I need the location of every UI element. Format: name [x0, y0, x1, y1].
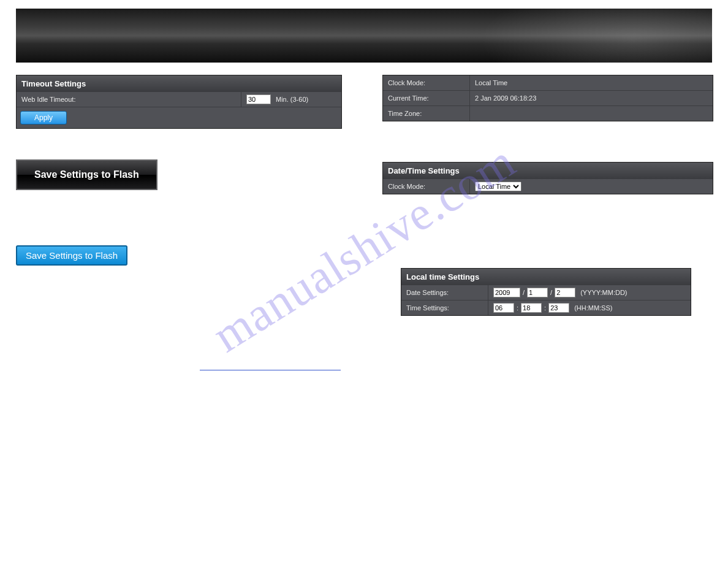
- clock-mode-value: Local Time: [470, 75, 713, 90]
- time-settings-label: Time Settings:: [401, 301, 488, 315]
- date-month-input[interactable]: [527, 288, 548, 297]
- date-settings-label: Date Settings:: [401, 285, 488, 300]
- clock-mode-label: Clock Mode:: [383, 75, 470, 90]
- datetime-header: Date/Time Settings: [383, 163, 713, 179]
- timeout-settings-panel: Timeout Settings Web Idle Timeout: Min. …: [16, 75, 342, 129]
- time-ss-input[interactable]: [548, 303, 569, 313]
- time-zone-value: [470, 106, 713, 121]
- date-format-hint: (YYYY:MM:DD): [580, 289, 627, 296]
- time-format-hint: (HH:MM:SS): [574, 304, 612, 312]
- date-year-input[interactable]: [493, 288, 520, 297]
- current-time-value: 2 Jan 2009 06:18:23: [470, 91, 713, 105]
- date-day-input[interactable]: [555, 288, 575, 297]
- time-hh-input[interactable]: [493, 303, 514, 313]
- apply-button[interactable]: Apply: [20, 111, 67, 124]
- save-settings-black-button[interactable]: Save Settings to Flash: [16, 159, 157, 190]
- top-banner: [16, 9, 712, 63]
- clock-status-panel: Clock Mode: Local Time Current Time: 2 J…: [382, 75, 713, 121]
- localtime-header: Local time Settings: [401, 269, 691, 285]
- localtime-settings-panel: Local time Settings Date Settings: / / (…: [401, 268, 691, 316]
- divider-line: [200, 370, 341, 370]
- clock-mode-select[interactable]: Local Time: [475, 182, 521, 191]
- web-idle-timeout-label: Web Idle Timeout:: [17, 92, 241, 107]
- save-settings-blue-button[interactable]: Save Settings to Flash: [16, 245, 127, 266]
- datetime-clock-mode-label: Clock Mode:: [383, 179, 470, 194]
- time-zone-label: Time Zone:: [383, 106, 470, 121]
- time-mm-input[interactable]: [521, 303, 542, 313]
- web-idle-timeout-hint: Min. (3-60): [276, 96, 308, 103]
- web-idle-timeout-input[interactable]: [246, 94, 271, 104]
- current-time-label: Current Time:: [383, 91, 470, 105]
- datetime-settings-panel: Date/Time Settings Clock Mode: Local Tim…: [382, 162, 713, 194]
- timeout-header: Timeout Settings: [17, 75, 341, 92]
